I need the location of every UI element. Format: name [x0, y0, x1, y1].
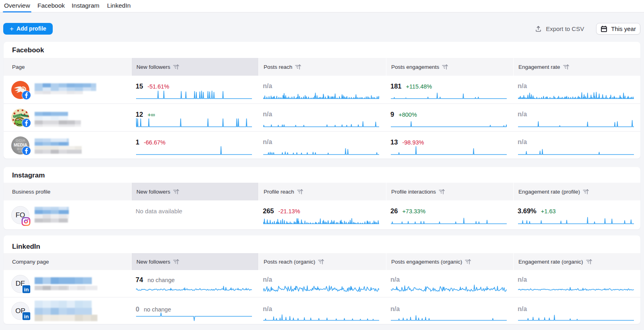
svg-text:in: in	[24, 286, 29, 292]
svg-text:in: in	[24, 314, 29, 320]
svg-text:OCIA: OCIA	[16, 138, 26, 142]
